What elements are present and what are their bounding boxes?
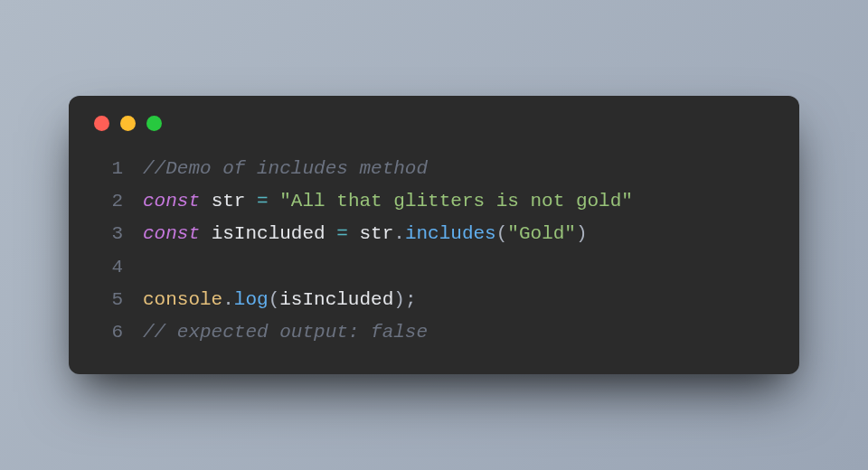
line-number: 3 (92, 218, 143, 250)
line-number: 5 (92, 284, 143, 316)
token-comment: // expected output: false (143, 322, 428, 343)
token-punct: . (222, 289, 234, 310)
line-content: const str = "All that glitters is not go… (143, 185, 633, 218)
token-ident (200, 223, 212, 244)
token-op: = (257, 191, 269, 212)
token-func: includes (405, 223, 496, 244)
code-window: 1//Demo of includes method2const str = "… (69, 96, 799, 374)
line-number: 4 (92, 251, 143, 284)
token-ident (269, 191, 280, 212)
token-comment: //Demo of includes method (143, 158, 428, 179)
line-number: 6 (92, 316, 143, 349)
token-ident: str (212, 191, 246, 212)
code-line: 2const str = "All that glitters is not g… (92, 185, 776, 218)
line-content: // expected output: false (143, 316, 428, 349)
token-keyword: const (143, 223, 200, 244)
token-ident (200, 191, 212, 212)
line-number: 1 (92, 153, 143, 185)
line-number: 2 (92, 185, 143, 218)
token-ident: str (359, 223, 393, 244)
token-punct: ) (576, 223, 588, 244)
line-content (143, 251, 155, 284)
token-string: "Gold" (507, 223, 576, 244)
token-ident: isIncluded (279, 289, 393, 310)
code-block: 1//Demo of includes method2const str = "… (92, 153, 776, 349)
token-ident (245, 191, 257, 212)
code-line: 6// expected output: false (92, 316, 776, 349)
token-punct: ; (405, 289, 417, 310)
code-line: 3const isIncluded = str.includes("Gold") (92, 218, 776, 250)
token-punct: ) (393, 289, 405, 310)
token-obj: console (143, 289, 222, 310)
token-punct: ( (496, 223, 508, 244)
line-content: console.log(isIncluded); (143, 284, 417, 316)
token-ident (326, 223, 337, 244)
maximize-icon[interactable] (146, 116, 162, 131)
code-line: 5console.log(isIncluded); (92, 284, 776, 316)
token-punct: ( (269, 289, 280, 310)
code-line: 4 (92, 251, 776, 284)
traffic-lights (92, 116, 776, 131)
token-ident: isIncluded (212, 223, 326, 244)
close-icon[interactable] (94, 116, 109, 131)
token-keyword: const (143, 191, 200, 212)
token-op: = (336, 223, 348, 244)
minimize-icon[interactable] (120, 116, 136, 131)
token-func: log (234, 289, 269, 310)
code-line: 1//Demo of includes method (92, 153, 776, 185)
line-content: const isIncluded = str.includes("Gold") (143, 218, 588, 250)
token-string: "All that glitters is not gold" (279, 191, 633, 212)
line-content: //Demo of includes method (143, 153, 428, 185)
token-punct: . (393, 223, 405, 244)
token-ident (348, 223, 360, 244)
